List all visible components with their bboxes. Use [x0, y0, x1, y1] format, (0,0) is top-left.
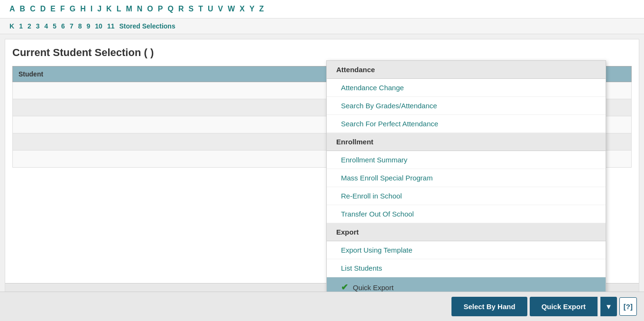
- grade-1[interactable]: 1: [19, 22, 23, 30]
- grade-9[interactable]: 9: [87, 22, 91, 30]
- menu-item-transfer-out-of-school[interactable]: Transfer Out Of School: [327, 205, 606, 223]
- alpha-letter-m[interactable]: M: [126, 5, 132, 13]
- action-bar: Select By Hand Quick Export ▼ [?]: [0, 292, 644, 321]
- grade-7[interactable]: 7: [70, 22, 74, 30]
- menu-item-label: Enrollment Summary: [341, 156, 407, 164]
- grade-10[interactable]: 10: [95, 22, 102, 30]
- alpha-letter-o[interactable]: O: [147, 5, 153, 13]
- stored-selections-link[interactable]: Stored Selections: [119, 22, 175, 30]
- menu-item-label: Search For Perfect Attendance: [341, 120, 438, 128]
- select-by-hand-button[interactable]: Select By Hand: [451, 297, 527, 316]
- quick-export-dropdown-arrow[interactable]: ▼: [600, 297, 617, 316]
- menu-item-re-enroll-in-school[interactable]: Re-Enroll in School: [327, 187, 606, 205]
- alpha-letter-t[interactable]: T: [198, 5, 203, 13]
- menu-item-label: Transfer Out Of School: [341, 210, 414, 218]
- menu-item-label: Attendance Change: [341, 84, 404, 92]
- alpha-letter-h[interactable]: H: [80, 5, 86, 13]
- alpha-letter-k[interactable]: K: [106, 5, 112, 13]
- menu-item-enrollment-summary[interactable]: Enrollment Summary: [327, 151, 606, 169]
- alpha-letter-s[interactable]: S: [188, 5, 193, 13]
- checkmark-icon: ✔: [341, 282, 348, 293]
- menu-item-export-using-template[interactable]: Export Using Template: [327, 241, 606, 259]
- alpha-letter-g[interactable]: G: [70, 5, 75, 13]
- menu-section-export: Export: [327, 223, 606, 241]
- alpha-letter-u[interactable]: U: [208, 5, 213, 13]
- menu-section-enrollment: Enrollment: [327, 133, 606, 151]
- menu-item-label: Mass Enroll Special Program: [341, 174, 432, 182]
- help-button[interactable]: [?]: [619, 297, 637, 316]
- dropdown-menu: AttendanceAttendance ChangeSearch By Gra…: [326, 60, 606, 298]
- alpha-letter-q[interactable]: Q: [167, 5, 173, 13]
- grade-2[interactable]: 2: [28, 22, 31, 30]
- alpha-letter-z[interactable]: Z: [259, 5, 264, 13]
- alpha-letter-l[interactable]: L: [117, 5, 121, 13]
- grade-3[interactable]: 3: [36, 22, 40, 30]
- alpha-letter-v[interactable]: V: [218, 5, 223, 13]
- alpha-letter-y[interactable]: Y: [249, 5, 255, 13]
- menu-item-label: Search By Grades/Attendance: [341, 102, 437, 110]
- alpha-letter-f[interactable]: F: [60, 5, 65, 13]
- menu-item-search-by-grades/attendance[interactable]: Search By Grades/Attendance: [327, 97, 606, 115]
- menu-item-attendance-change[interactable]: Attendance Change: [327, 79, 606, 97]
- alpha-letter-a[interactable]: A: [9, 5, 15, 13]
- main-area: Current Student Selection ( ) Student At…: [0, 34, 644, 298]
- grade-6[interactable]: 6: [61, 22, 65, 30]
- grade-K[interactable]: K: [9, 22, 14, 30]
- alpha-letter-c[interactable]: C: [30, 5, 36, 13]
- alpha-letter-p[interactable]: P: [158, 5, 163, 13]
- alpha-letter-n[interactable]: N: [137, 5, 143, 13]
- alpha-letter-i[interactable]: I: [91, 5, 92, 13]
- menu-item-list-students[interactable]: List Students: [327, 259, 606, 277]
- grade-5[interactable]: 5: [53, 22, 56, 30]
- menu-item-label: Quick Export: [353, 283, 394, 292]
- menu-item-mass-enroll-special-program[interactable]: Mass Enroll Special Program: [327, 169, 606, 187]
- grade-4[interactable]: 4: [45, 22, 48, 30]
- alpha-letter-x[interactable]: X: [239, 5, 245, 13]
- alpha-letter-d[interactable]: D: [40, 5, 46, 13]
- alpha-letter-e[interactable]: E: [50, 5, 55, 13]
- menu-item-label: Re-Enroll in School: [341, 192, 402, 200]
- menu-item-search-for-perfect-attendance[interactable]: Search For Perfect Attendance: [327, 115, 606, 133]
- menu-item-label: Export Using Template: [341, 246, 413, 254]
- grade-11[interactable]: 11: [107, 22, 115, 30]
- alpha-letter-j[interactable]: J: [97, 5, 101, 13]
- menu-section-attendance: Attendance: [327, 61, 606, 79]
- alpha-letter-r[interactable]: R: [178, 5, 184, 13]
- grade-bar: K1234567891011Stored Selections: [0, 19, 644, 34]
- menu-item-label: List Students: [341, 264, 382, 272]
- alphabet-bar: ABCDEFGHIJKLMNOPQRSTUVWXYZ: [0, 0, 644, 19]
- alpha-letter-b[interactable]: B: [20, 5, 26, 13]
- alpha-letter-w[interactable]: W: [228, 5, 235, 13]
- quick-export-button[interactable]: Quick Export: [530, 297, 598, 316]
- current-selection-title: Current Student Selection ( ): [12, 47, 632, 59]
- grade-8[interactable]: 8: [78, 22, 82, 30]
